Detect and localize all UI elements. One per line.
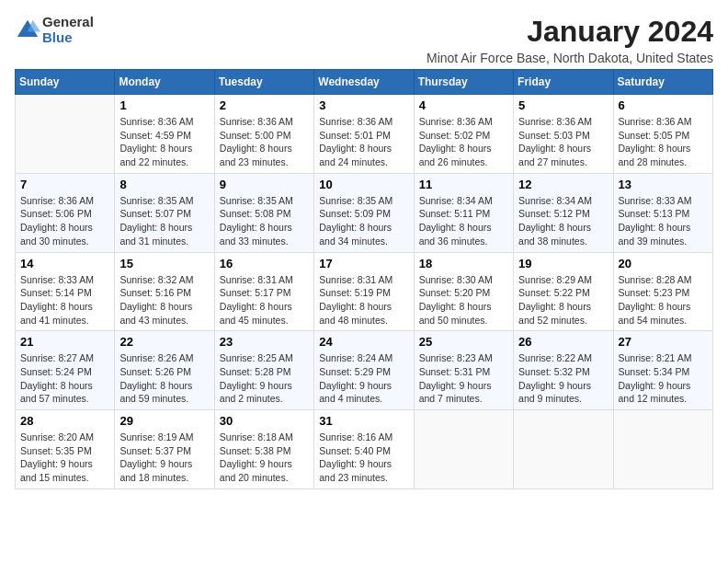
day-info: Sunrise: 8:16 AM Sunset: 5:40 PM Dayligh…	[319, 431, 408, 485]
calendar-week-4: 21Sunrise: 8:27 AM Sunset: 5:24 PM Dayli…	[16, 331, 713, 410]
table-row: 31Sunrise: 8:16 AM Sunset: 5:40 PM Dayli…	[314, 410, 414, 489]
table-row: 14Sunrise: 8:33 AM Sunset: 5:14 PM Dayli…	[16, 252, 115, 331]
table-row: 4Sunrise: 8:36 AM Sunset: 5:02 PM Daylig…	[414, 95, 513, 174]
calendar-table: SundayMondayTuesdayWednesdayThursdayFrid…	[15, 69, 713, 489]
day-info: Sunrise: 8:36 AM Sunset: 5:00 PM Dayligh…	[220, 115, 309, 169]
day-info: Sunrise: 8:35 AM Sunset: 5:08 PM Dayligh…	[220, 194, 309, 248]
day-info: Sunrise: 8:36 AM Sunset: 5:05 PM Dayligh…	[619, 115, 708, 169]
table-row: 30Sunrise: 8:18 AM Sunset: 5:38 PM Dayli…	[214, 410, 313, 489]
day-info: Sunrise: 8:18 AM Sunset: 5:38 PM Dayligh…	[220, 431, 309, 485]
day-number: 26	[518, 335, 608, 349]
day-number: 5	[518, 98, 608, 112]
day-number: 20	[619, 257, 708, 270]
weekday-header-saturday: Saturday	[613, 70, 712, 95]
table-row: 9Sunrise: 8:35 AM Sunset: 5:08 PM Daylig…	[214, 173, 313, 252]
table-row: 12Sunrise: 8:34 AM Sunset: 5:12 PM Dayli…	[514, 173, 613, 252]
main-title: January 2024	[427, 15, 713, 49]
day-info: Sunrise: 8:32 AM Sunset: 5:16 PM Dayligh…	[119, 273, 209, 327]
table-row: 22Sunrise: 8:26 AM Sunset: 5:26 PM Dayli…	[115, 331, 214, 410]
weekday-header-sunday: Sunday	[16, 70, 115, 95]
day-number: 30	[220, 414, 309, 428]
day-number: 25	[419, 335, 508, 349]
day-info: Sunrise: 8:20 AM Sunset: 5:35 PM Dayligh…	[20, 431, 109, 485]
day-info: Sunrise: 8:21 AM Sunset: 5:34 PM Dayligh…	[619, 351, 708, 406]
weekday-header-friday: Friday	[514, 70, 613, 95]
day-number: 28	[20, 414, 109, 428]
table-row: 21Sunrise: 8:27 AM Sunset: 5:24 PM Dayli…	[16, 331, 115, 410]
table-row: 26Sunrise: 8:22 AM Sunset: 5:32 PM Dayli…	[514, 331, 613, 410]
table-row: 18Sunrise: 8:30 AM Sunset: 5:20 PM Dayli…	[414, 252, 513, 331]
table-row: 25Sunrise: 8:23 AM Sunset: 5:31 PM Dayli…	[414, 331, 513, 410]
day-number: 11	[419, 178, 508, 191]
day-number: 8	[119, 178, 209, 191]
day-info: Sunrise: 8:33 AM Sunset: 5:14 PM Dayligh…	[20, 273, 109, 327]
calendar-week-3: 14Sunrise: 8:33 AM Sunset: 5:14 PM Dayli…	[16, 252, 713, 331]
day-number: 10	[319, 178, 408, 191]
weekday-header-monday: Monday	[115, 70, 214, 95]
day-info: Sunrise: 8:35 AM Sunset: 5:09 PM Dayligh…	[319, 194, 408, 248]
calendar-week-2: 7Sunrise: 8:36 AM Sunset: 5:06 PM Daylig…	[16, 173, 713, 252]
table-row: 8Sunrise: 8:35 AM Sunset: 5:07 PM Daylig…	[115, 173, 214, 252]
table-row: 29Sunrise: 8:19 AM Sunset: 5:37 PM Dayli…	[115, 410, 214, 489]
day-number: 24	[319, 335, 408, 349]
day-number: 16	[220, 257, 309, 270]
calendar-week-1: 1Sunrise: 8:36 AM Sunset: 4:59 PM Daylig…	[16, 95, 713, 174]
day-number: 12	[518, 178, 608, 191]
day-info: Sunrise: 8:26 AM Sunset: 5:26 PM Dayligh…	[119, 351, 209, 406]
day-number: 29	[119, 414, 209, 428]
table-row: 3Sunrise: 8:36 AM Sunset: 5:01 PM Daylig…	[314, 95, 414, 174]
table-row: 28Sunrise: 8:20 AM Sunset: 5:35 PM Dayli…	[16, 410, 115, 489]
day-info: Sunrise: 8:33 AM Sunset: 5:13 PM Dayligh…	[619, 194, 708, 248]
day-number: 23	[220, 335, 309, 349]
table-row: 27Sunrise: 8:21 AM Sunset: 5:34 PM Dayli…	[613, 331, 712, 410]
calendar-body: 1Sunrise: 8:36 AM Sunset: 4:59 PM Daylig…	[16, 95, 713, 489]
title-area: January 2024 Minot Air Force Base, North…	[427, 15, 713, 65]
table-row: 24Sunrise: 8:24 AM Sunset: 5:29 PM Dayli…	[314, 331, 414, 410]
day-number: 2	[220, 98, 309, 112]
day-info: Sunrise: 8:31 AM Sunset: 5:17 PM Dayligh…	[220, 273, 309, 327]
day-number: 7	[20, 178, 109, 191]
day-info: Sunrise: 8:35 AM Sunset: 5:07 PM Dayligh…	[119, 194, 209, 248]
day-info: Sunrise: 8:36 AM Sunset: 5:03 PM Dayligh…	[518, 115, 608, 169]
logo-general-text: General	[42, 15, 94, 30]
subtitle: Minot Air Force Base, North Dakota, Unit…	[427, 51, 713, 65]
day-number: 13	[619, 178, 708, 191]
day-info: Sunrise: 8:23 AM Sunset: 5:31 PM Dayligh…	[419, 351, 508, 406]
table-row	[514, 410, 613, 489]
day-info: Sunrise: 8:25 AM Sunset: 5:28 PM Dayligh…	[220, 351, 309, 406]
weekday-header-tuesday: Tuesday	[214, 70, 313, 95]
day-number: 31	[319, 414, 408, 428]
day-info: Sunrise: 8:36 AM Sunset: 5:01 PM Dayligh…	[319, 115, 408, 169]
logo-icon	[15, 17, 40, 43]
day-info: Sunrise: 8:27 AM Sunset: 5:24 PM Dayligh…	[20, 351, 109, 406]
table-row	[613, 410, 712, 489]
table-row: 16Sunrise: 8:31 AM Sunset: 5:17 PM Dayli…	[214, 252, 313, 331]
day-number: 14	[20, 257, 109, 270]
day-info: Sunrise: 8:34 AM Sunset: 5:12 PM Dayligh…	[518, 194, 608, 248]
day-number: 22	[119, 335, 209, 349]
table-row	[16, 95, 115, 174]
calendar-week-5: 28Sunrise: 8:20 AM Sunset: 5:35 PM Dayli…	[16, 410, 713, 489]
weekday-header-wednesday: Wednesday	[314, 70, 414, 95]
day-info: Sunrise: 8:24 AM Sunset: 5:29 PM Dayligh…	[319, 351, 408, 406]
day-number: 4	[419, 98, 508, 112]
table-row: 2Sunrise: 8:36 AM Sunset: 5:00 PM Daylig…	[214, 95, 313, 174]
table-row: 5Sunrise: 8:36 AM Sunset: 5:03 PM Daylig…	[514, 95, 613, 174]
day-info: Sunrise: 8:19 AM Sunset: 5:37 PM Dayligh…	[119, 431, 209, 485]
day-number: 15	[119, 257, 209, 270]
table-row: 11Sunrise: 8:34 AM Sunset: 5:11 PM Dayli…	[414, 173, 513, 252]
table-row: 6Sunrise: 8:36 AM Sunset: 5:05 PM Daylig…	[613, 95, 712, 174]
day-info: Sunrise: 8:28 AM Sunset: 5:23 PM Dayligh…	[619, 273, 708, 327]
calendar-header: SundayMondayTuesdayWednesdayThursdayFrid…	[16, 70, 713, 95]
day-number: 18	[419, 257, 508, 270]
table-row: 17Sunrise: 8:31 AM Sunset: 5:19 PM Dayli…	[314, 252, 414, 331]
day-number: 21	[20, 335, 109, 349]
logo: General Blue	[15, 15, 94, 45]
weekday-header-thursday: Thursday	[414, 70, 513, 95]
day-info: Sunrise: 8:36 AM Sunset: 5:06 PM Dayligh…	[20, 194, 109, 248]
day-number: 9	[220, 178, 309, 191]
table-row: 1Sunrise: 8:36 AM Sunset: 4:59 PM Daylig…	[115, 95, 214, 174]
day-info: Sunrise: 8:29 AM Sunset: 5:22 PM Dayligh…	[518, 273, 608, 327]
table-row: 15Sunrise: 8:32 AM Sunset: 5:16 PM Dayli…	[115, 252, 214, 331]
table-row: 20Sunrise: 8:28 AM Sunset: 5:23 PM Dayli…	[613, 252, 712, 331]
